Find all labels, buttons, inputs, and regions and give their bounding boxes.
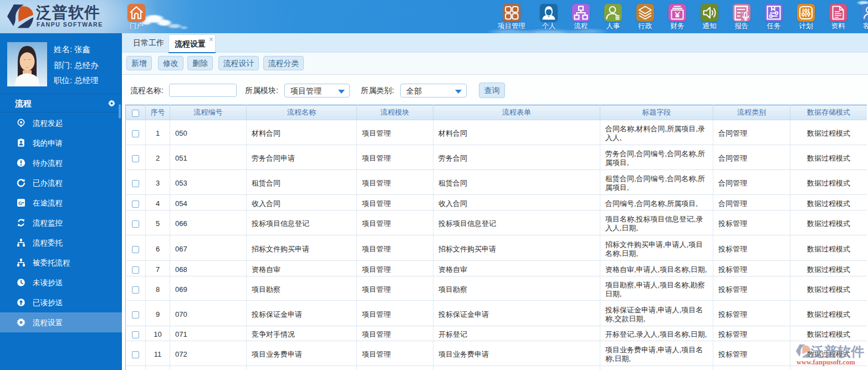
svg-text:G: G: [18, 201, 22, 206]
